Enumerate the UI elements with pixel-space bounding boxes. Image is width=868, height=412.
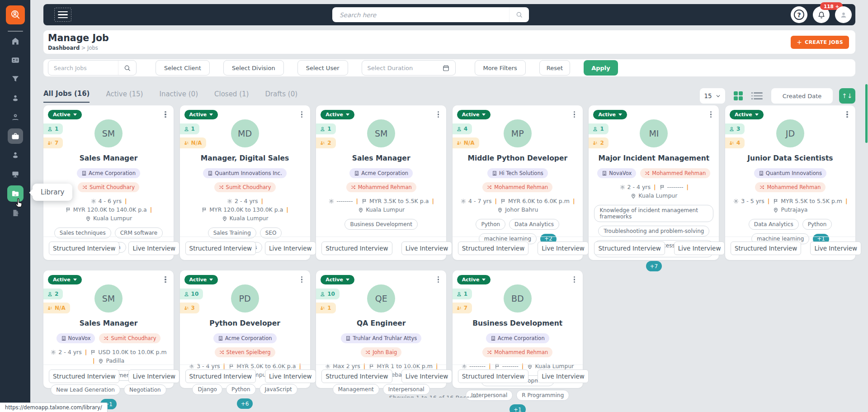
skill-pill[interactable]: Python — [802, 219, 832, 230]
card-menu-button[interactable] — [162, 110, 169, 119]
job-status-dropdown[interactable]: Active — [321, 275, 354, 284]
tab-inactive[interactable]: Inactive (0) — [159, 90, 198, 102]
company-tag[interactable]: NovaVox — [57, 333, 95, 343]
job-title[interactable]: Middle Python Developer — [458, 154, 577, 162]
profile-avatar[interactable] — [835, 6, 852, 23]
live-interview-button[interactable]: Live Interview — [538, 242, 589, 255]
structured-interview-button[interactable]: Structured Interview — [321, 242, 392, 255]
skill-pill[interactable]: Python — [476, 219, 505, 230]
job-title[interactable]: Major Incident Management — [594, 154, 713, 162]
job-status-dropdown[interactable]: Active — [457, 275, 491, 284]
job-status-dropdown[interactable]: Active — [48, 110, 82, 119]
recruiter-tag[interactable]: Sumit Choudhary — [214, 182, 276, 192]
job-title[interactable]: Python Developer — [185, 319, 305, 327]
live-interview-button[interactable]: Live Interview — [265, 369, 316, 383]
sidebar-item-workspace[interactable] — [8, 166, 23, 182]
search-icon[interactable] — [509, 7, 529, 22]
tab-drafts[interactable]: Drafts (0) — [265, 90, 297, 102]
page-size-select[interactable]: 15 — [700, 88, 725, 104]
list-view-button[interactable] — [751, 89, 765, 103]
job-title[interactable]: QA Engineer — [321, 319, 441, 327]
job-title[interactable]: Manager, Digital Sales — [185, 154, 305, 162]
create-jobs-button[interactable]: + CREATE JOBS — [791, 36, 849, 49]
recruiter-tag[interactable]: Mohammed Rehman — [346, 182, 416, 192]
jobs-search-input[interactable] — [48, 65, 118, 71]
tab-all-jobs[interactable]: All Jobs (16) — [43, 90, 90, 103]
card-menu-button[interactable] — [844, 110, 851, 119]
company-tag[interactable]: NovaVox — [597, 168, 636, 178]
card-menu-button[interactable] — [434, 275, 442, 284]
sidebar-item-filter[interactable] — [8, 71, 23, 87]
live-interview-button[interactable]: Live Interview — [128, 369, 179, 383]
structured-interview-button[interactable]: Structured Interview — [49, 242, 119, 255]
grid-view-button[interactable] — [731, 89, 745, 103]
more-filters-button[interactable]: More Filters — [475, 60, 526, 76]
company-tag[interactable]: Quantum Innovations — [754, 168, 826, 178]
recruiter-tag[interactable]: Mohammed Rehman — [755, 182, 825, 192]
reset-button[interactable]: Reset — [539, 60, 570, 76]
recruiter-tag[interactable]: Mohammed Rehman — [482, 182, 552, 192]
recruiter-tag[interactable]: John Baig — [361, 347, 401, 357]
company-tag[interactable]: Hi Tech Solutions — [487, 168, 548, 178]
card-menu-button[interactable] — [298, 110, 306, 119]
select-duration-field[interactable]: Select Duration — [362, 60, 456, 76]
select-client-button[interactable]: Select Client — [156, 60, 210, 76]
scrollbar-thumb[interactable] — [865, 84, 868, 143]
live-interview-button[interactable]: Live Interview — [401, 242, 453, 255]
card-menu-button[interactable] — [298, 275, 306, 284]
tab-active[interactable]: Active (15) — [106, 90, 143, 102]
card-menu-button[interactable] — [571, 275, 578, 284]
notifications-button[interactable]: 118 + — [813, 6, 830, 23]
select-division-button[interactable]: Select Division — [223, 60, 284, 76]
job-status-dropdown[interactable]: Active — [184, 110, 218, 119]
help-button[interactable]: ? — [791, 6, 807, 23]
card-menu-button[interactable] — [162, 275, 169, 284]
search-icon[interactable] — [118, 61, 136, 75]
sidebar-item-users[interactable] — [8, 90, 23, 106]
live-interview-button[interactable]: Live Interview — [265, 242, 316, 255]
job-title[interactable]: Junior Data Scientists — [731, 154, 850, 162]
structured-interview-button[interactable]: Structured Interview — [185, 242, 256, 255]
sidebar-item-home[interactable] — [8, 33, 23, 49]
app-logo[interactable] — [6, 5, 25, 24]
company-tag[interactable]: Acme Corporation — [486, 333, 549, 343]
job-status-dropdown[interactable]: Active — [730, 110, 764, 119]
sort-field-button[interactable]: Created Date — [771, 88, 833, 104]
live-interview-button[interactable]: Live Interview — [674, 242, 725, 255]
job-status-dropdown[interactable]: Active — [321, 110, 354, 119]
recruiter-tag[interactable]: Steven Spielberg — [215, 347, 275, 357]
structured-interview-button[interactable]: Structured Interview — [458, 242, 528, 255]
live-interview-button[interactable]: Live Interview — [810, 242, 861, 255]
job-title[interactable]: Sales Manager — [49, 154, 168, 162]
global-search-input[interactable] — [332, 11, 509, 19]
skill-pill[interactable]: Knowledge of incident management framewo… — [594, 205, 713, 222]
more-skills-badge[interactable]: +7 — [646, 261, 662, 271]
apply-button[interactable]: Apply — [584, 60, 618, 76]
sidebar-item-contacts[interactable] — [8, 147, 23, 163]
job-status-dropdown[interactable]: Active — [457, 110, 491, 119]
card-menu-button[interactable] — [571, 110, 578, 119]
more-skills-badge[interactable]: +1 — [509, 404, 526, 412]
skill-pill[interactable]: Data Analytics — [749, 219, 799, 230]
structured-interview-button[interactable]: Structured Interview — [49, 369, 119, 383]
company-tag[interactable]: Quantum Innovations Inc. — [203, 168, 287, 178]
recruiter-tag[interactable]: Mohammed Rehman — [482, 347, 552, 357]
company-tag[interactable]: Acme Corporation — [213, 333, 277, 343]
breadcrumb-dashboard[interactable]: Dashboard — [48, 45, 80, 51]
company-tag[interactable]: Acme Corporation — [77, 168, 140, 178]
structured-interview-button[interactable]: Structured Interview — [321, 369, 392, 383]
card-menu-button[interactable] — [434, 110, 442, 119]
job-title[interactable]: Sales Manager — [321, 154, 441, 162]
menu-toggle-button[interactable] — [54, 8, 71, 22]
live-interview-button[interactable]: Live Interview — [538, 369, 589, 383]
more-skills-badge[interactable]: +6 — [237, 398, 253, 409]
job-title[interactable]: Sales Manager — [49, 319, 168, 327]
live-interview-button[interactable]: Live Interview — [128, 242, 179, 255]
sort-direction-button[interactable]: ↑↓ — [839, 88, 855, 104]
job-status-dropdown[interactable]: Active — [184, 275, 218, 284]
card-menu-button[interactable] — [707, 110, 714, 119]
sidebar-item-candidates[interactable] — [8, 52, 23, 68]
tab-closed[interactable]: Closed (1) — [214, 90, 249, 102]
recruiter-tag[interactable]: Sumit Choudhary — [78, 182, 139, 192]
sidebar-item-jobs[interactable] — [8, 128, 23, 144]
